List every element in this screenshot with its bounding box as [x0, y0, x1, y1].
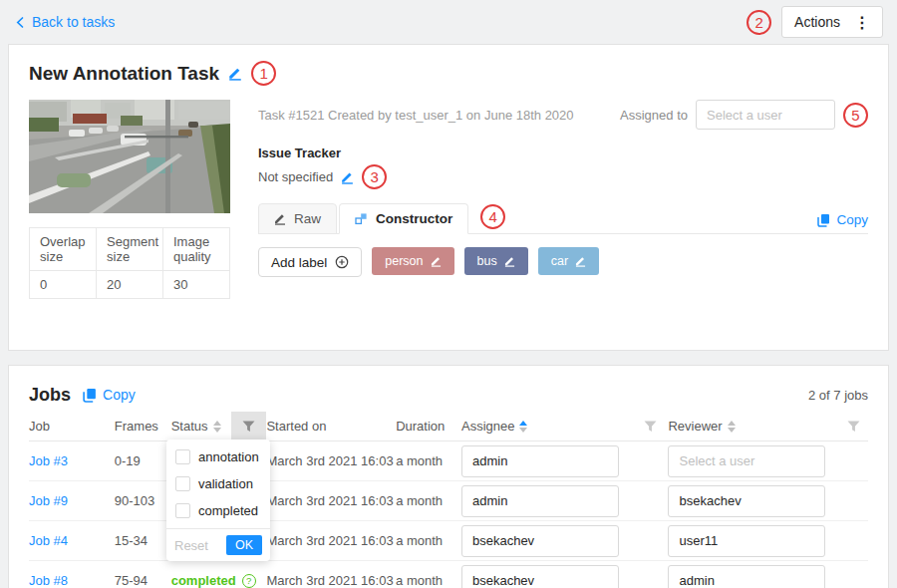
reviewer-select[interactable] [668, 525, 825, 557]
tab-raw[interactable]: Raw [258, 203, 337, 234]
assignee-select[interactable] [461, 565, 619, 588]
checkbox-icon[interactable] [175, 503, 190, 518]
tab-constructor-label: Constructor [376, 211, 452, 226]
funnel-icon [847, 421, 860, 433]
job-row-8: Job #8 75-94 completed ? March 3rd 2021 … [29, 561, 868, 588]
pencil-icon[interactable] [431, 255, 442, 267]
column-header-job: Job [29, 412, 115, 441]
copy-jobs-label: Copy [103, 387, 136, 403]
checkbox-icon[interactable] [175, 449, 190, 464]
status-header-label: Status [171, 419, 208, 434]
annotation-marker-2: 2 [747, 10, 771, 35]
copy-labels-label: Copy [836, 212, 868, 227]
tab-constructor[interactable]: Constructor [339, 203, 468, 234]
job-started-on: March 3rd 2021 16:03 [266, 453, 396, 468]
label-tag-person[interactable]: person [372, 247, 453, 275]
label-tag-car[interactable]: car [538, 247, 599, 275]
label-tag-bus-name: bus [477, 254, 497, 268]
copy-jobs-button[interactable]: Copy [83, 387, 136, 403]
job-frames: 15-34 [115, 533, 171, 548]
param-header-overlap: Overlap size [30, 228, 97, 271]
job-status: completed ? [171, 573, 267, 588]
job-started-on: March 3rd 2021 16:03 [266, 533, 396, 548]
pencil-icon[interactable] [504, 255, 515, 267]
job-row-3: Job #3 0-19 March 3rd 2021 16:03 a month [29, 441, 868, 481]
caret-sorter-icon[interactable] [213, 421, 221, 433]
annotation-marker-1: 1 [251, 61, 276, 86]
issue-tracker-label: Issue Tracker [258, 146, 868, 160]
back-to-tasks-link[interactable]: Back to tasks [14, 14, 115, 30]
question-circle-icon[interactable]: ? [242, 574, 256, 588]
jobs-table: Job Frames Status Started on Duration As… [29, 412, 868, 588]
reviewer-filter-button[interactable] [838, 412, 868, 441]
job-row-4: Job #4 15-34 March 3rd 2021 16:03 a mont… [29, 521, 868, 561]
reviewer-header-label: Reviewer [668, 419, 722, 434]
copy-labels-button[interactable]: Copy [817, 212, 868, 233]
filter-option-completed[interactable]: completed [166, 497, 270, 524]
filter-option-label: validation [198, 476, 253, 491]
pencil-icon[interactable] [575, 255, 586, 267]
filter-ok-button[interactable]: OK [226, 535, 262, 555]
job-started-on: March 3rd 2021 16:03 [266, 493, 396, 508]
jobs-title: Jobs [29, 385, 71, 406]
label-tag-car-name: car [551, 254, 568, 268]
caret-sorter-icon[interactable] [728, 421, 736, 433]
jobs-card: Jobs Copy 2 of 7 jobs Job Frames Status … [8, 365, 889, 588]
assignee-filter-button[interactable] [633, 412, 669, 441]
column-header-reviewer[interactable]: Reviewer [668, 412, 838, 441]
assignee-header-label: Assignee [461, 419, 514, 434]
caret-sorter-icon[interactable] [519, 421, 527, 433]
assignee-select[interactable] [461, 485, 619, 517]
job-duration: a month [396, 453, 461, 468]
assigned-to-select[interactable] [696, 100, 835, 130]
tab-raw-label: Raw [294, 211, 321, 226]
back-to-tasks-label: Back to tasks [32, 14, 115, 30]
task-preview-image [29, 100, 230, 213]
param-value-overlap: 0 [30, 271, 97, 299]
actions-button[interactable]: Actions ⋮ [781, 6, 883, 38]
edit-issue-tracker-icon[interactable] [341, 170, 354, 184]
job-link[interactable]: Job #9 [29, 493, 68, 508]
edit-task-name-icon[interactable] [228, 66, 242, 81]
filter-option-validation[interactable]: validation [166, 470, 270, 497]
assignee-select[interactable] [461, 525, 619, 557]
pencil-icon [274, 212, 286, 225]
job-status-text: completed [171, 573, 236, 588]
status-filter-dropdown: annotation validation completed Reset OK [166, 440, 270, 561]
status-filter-button[interactable] [231, 412, 267, 441]
assigned-to-label: Assigned to [620, 108, 688, 123]
annotation-marker-3: 3 [362, 164, 387, 189]
param-header-quality: Image quality [163, 228, 230, 271]
column-header-status[interactable]: Status [171, 412, 231, 441]
plus-circle-icon [335, 255, 349, 269]
actions-label: Actions [794, 14, 840, 30]
task-parameters-table: Overlap size Segment size Image quality … [29, 227, 230, 299]
top-bar: Back to tasks 2 Actions ⋮ [0, 0, 897, 44]
checkbox-icon[interactable] [175, 476, 190, 491]
job-duration: a month [396, 573, 461, 588]
label-constructor-area: Add label person bus [258, 234, 868, 330]
job-link[interactable]: Job #8 [29, 573, 68, 588]
filter-option-annotation[interactable]: annotation [166, 443, 270, 470]
param-value-segment: 20 [97, 271, 163, 299]
task-details-card: New Annotation Task 1 [8, 44, 889, 351]
column-header-started: Started on [266, 412, 396, 441]
reviewer-select[interactable] [668, 485, 825, 517]
filter-reset-button[interactable]: Reset [174, 538, 208, 553]
job-started-on: March 3rd 2021 16:03 [266, 573, 396, 588]
job-link[interactable]: Job #3 [29, 453, 68, 468]
column-header-assignee[interactable]: Assignee [461, 412, 633, 441]
param-header-segment: Segment size [97, 228, 163, 271]
funnel-icon [242, 421, 255, 433]
reviewer-select[interactable] [668, 445, 825, 477]
filter-option-label: annotation [198, 449, 259, 464]
job-duration: a month [396, 493, 461, 508]
reviewer-select[interactable] [668, 565, 825, 588]
label-tag-bus[interactable]: bus [464, 247, 528, 275]
job-link[interactable]: Job #4 [29, 533, 68, 548]
job-row-9: Job #9 90-103 March 3rd 2021 16:03 a mon… [29, 481, 868, 521]
add-label-button[interactable]: Add label [258, 247, 362, 277]
assignee-select[interactable] [461, 445, 619, 477]
column-header-duration: Duration [396, 412, 461, 441]
job-frames: 90-103 [115, 493, 171, 508]
